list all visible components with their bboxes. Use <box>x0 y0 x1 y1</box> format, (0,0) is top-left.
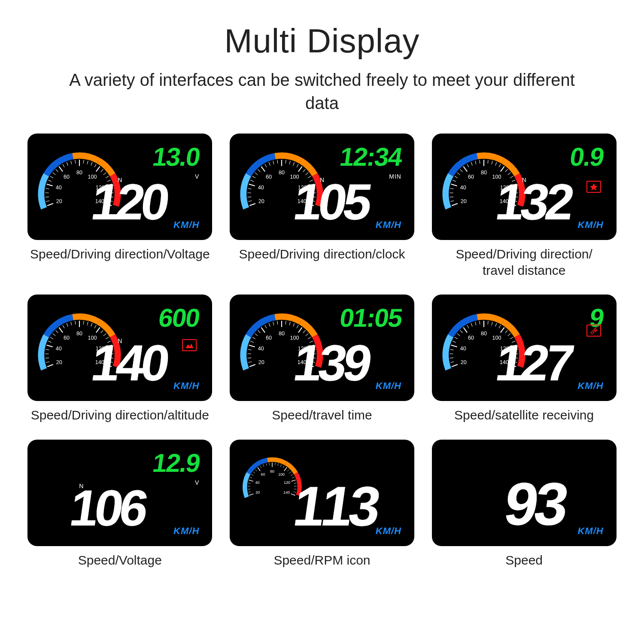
svg-line-248 <box>278 463 279 466</box>
hud-screen: 93KM/H <box>432 440 617 546</box>
svg-line-232 <box>248 483 251 483</box>
svg-line-174 <box>297 325 298 328</box>
speed-value: 106 <box>67 483 148 533</box>
secondary-value: 01:05 <box>338 303 404 333</box>
svg-line-247 <box>275 462 275 465</box>
svg-line-80 <box>450 188 453 189</box>
svg-text:20: 20 <box>460 359 466 365</box>
speed-value: 120 <box>88 176 170 227</box>
panel-caption: Speed/Voltage <box>78 552 162 568</box>
direction-label: N <box>522 176 527 183</box>
alt-icon <box>182 339 197 351</box>
hud-screen: 2040608010012014001:05139KM/H <box>230 295 414 401</box>
svg-text:20: 20 <box>258 198 264 204</box>
page-subtitle: A variety of interfaces can be switched … <box>64 68 580 115</box>
display-cell: 2040608010012014013.0120NVKM/HSpeed/Driv… <box>26 134 214 278</box>
svg-line-153 <box>248 361 252 362</box>
hud-screen: 204060801001201409127KM/H <box>432 295 617 401</box>
svg-text:80: 80 <box>270 469 274 474</box>
panel-caption: Speed <box>505 552 543 568</box>
svg-line-101 <box>505 169 507 172</box>
svg-line-46 <box>252 176 255 178</box>
svg-line-129 <box>71 322 72 325</box>
svg-line-156 <box>248 349 251 350</box>
panel-caption: Speed/travel time <box>272 407 372 423</box>
svg-line-50 <box>261 167 265 172</box>
svg-line-58 <box>289 161 290 164</box>
svg-line-63 <box>303 169 306 172</box>
svg-line-255 <box>291 474 293 475</box>
svg-line-172 <box>289 322 290 325</box>
display-cell: 20406080100120140113KM/HSpeed/RPM icon <box>228 440 416 568</box>
svg-line-138 <box>96 328 100 333</box>
svg-text:100: 100 <box>278 472 285 477</box>
svg-line-235 <box>250 477 252 478</box>
svg-line-159 <box>250 341 254 342</box>
svg-line-166 <box>269 323 270 327</box>
svg-line-60 <box>297 164 298 167</box>
panel-caption: Speed/RPM icon <box>273 552 370 568</box>
svg-text:20: 20 <box>460 198 466 204</box>
svg-line-209 <box>488 321 488 325</box>
svg-line-130 <box>75 321 76 325</box>
svg-text:60: 60 <box>266 335 272 341</box>
svg-line-203 <box>467 325 469 328</box>
svg-line-12 <box>59 167 63 172</box>
svg-line-158 <box>249 345 255 347</box>
svg-line-14 <box>67 162 68 166</box>
display-cell: 204060801001201409127KM/HSpeed/satellite… <box>430 295 618 423</box>
voltage-unit-label: V <box>195 479 199 486</box>
speed-value: 105 <box>291 176 372 227</box>
svg-line-256 <box>292 477 295 478</box>
svg-line-214 <box>501 328 504 333</box>
svg-line-85 <box>457 173 460 175</box>
svg-line-160 <box>252 337 255 339</box>
svg-line-83 <box>453 180 456 181</box>
svg-line-176 <box>298 328 302 333</box>
svg-line-168 <box>277 321 278 325</box>
svg-text:40: 40 <box>255 480 259 484</box>
svg-line-205 <box>475 322 476 325</box>
svg-line-249 <box>280 464 281 467</box>
svg-line-53 <box>273 161 274 164</box>
svg-line-128 <box>67 323 68 327</box>
svg-line-82 <box>451 184 457 186</box>
svg-line-161 <box>255 334 258 336</box>
speed-value: 127 <box>492 337 574 388</box>
speed-value: 140 <box>88 337 170 388</box>
svg-line-173 <box>293 323 295 327</box>
svg-line-48 <box>258 169 261 172</box>
svg-text:140: 140 <box>283 490 290 494</box>
svg-line-120 <box>47 345 53 347</box>
svg-line-115 <box>46 361 49 362</box>
svg-line-244 <box>269 462 270 465</box>
svg-line-252 <box>284 467 287 471</box>
svg-line-90 <box>471 162 472 166</box>
panel-caption: Speed/Driving direction/travel distance <box>456 246 592 278</box>
svg-line-190 <box>452 365 458 367</box>
speed-unit-label: KM/H <box>577 526 603 537</box>
svg-line-243 <box>266 463 267 466</box>
svg-text:20: 20 <box>258 359 264 365</box>
svg-line-210 <box>492 322 492 325</box>
svg-line-91 <box>475 161 476 164</box>
svg-text:60: 60 <box>468 174 474 180</box>
svg-line-192 <box>450 358 453 358</box>
svg-text:80: 80 <box>76 331 82 337</box>
speed-unit-label: KM/H <box>173 219 199 231</box>
display-grid: 2040608010012014013.0120NVKM/HSpeed/Driv… <box>26 134 618 568</box>
display-cell: 2040608010012014012:34105NMINKM/HSpeed/D… <box>228 134 416 278</box>
sat-icon <box>586 325 601 337</box>
svg-line-121 <box>48 341 52 342</box>
page-title: Multi Display <box>26 21 618 61</box>
svg-line-59 <box>293 162 295 166</box>
speed-value: 113 <box>290 478 381 534</box>
svg-text:20: 20 <box>56 198 62 204</box>
svg-line-238 <box>255 469 257 471</box>
direction-label: N <box>79 483 84 489</box>
speed-unit-label: KM/H <box>173 526 199 537</box>
svg-line-52 <box>269 162 270 166</box>
svg-line-165 <box>265 325 267 328</box>
svg-line-124 <box>56 330 58 333</box>
svg-line-22 <box>94 164 96 167</box>
